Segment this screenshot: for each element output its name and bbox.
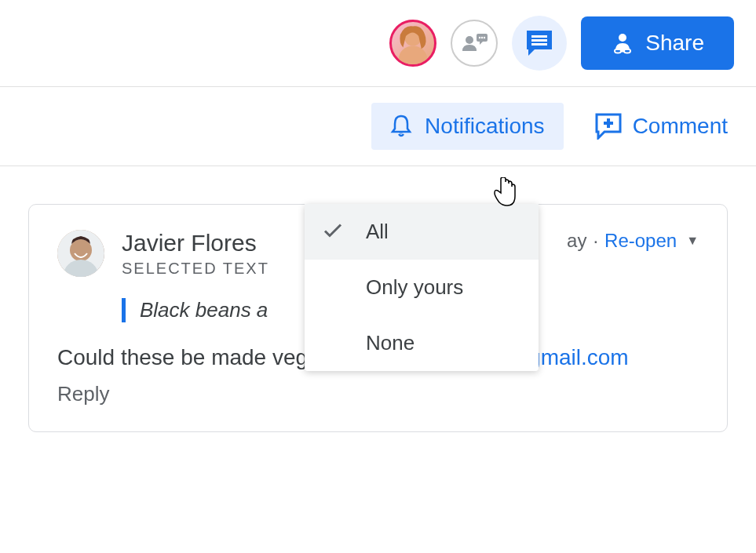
notifications-button[interactable]: Notifications (371, 103, 564, 150)
bell-icon (390, 115, 412, 138)
notifications-label: Notifications (425, 114, 545, 139)
svg-point-11 (615, 49, 621, 53)
svg-point-12 (624, 49, 630, 53)
notifications-dropdown: All Only yours None (305, 204, 539, 371)
svg-point-4 (479, 37, 480, 38)
add-comment-button[interactable]: Comment (595, 113, 728, 140)
svg-point-2 (466, 36, 473, 44)
top-toolbar: Share (0, 0, 756, 87)
svg-point-5 (481, 37, 483, 38)
svg-point-10 (619, 34, 626, 42)
commenter-avatar (57, 230, 104, 277)
comment-timestamp-area: ay · Re-open ▼ (567, 230, 699, 252)
comment-plus-icon (595, 113, 622, 140)
comment-history-button[interactable] (512, 16, 567, 71)
chat-button[interactable] (451, 20, 498, 67)
dropdown-item-label: None (366, 331, 415, 355)
share-button[interactable]: Share (581, 16, 734, 70)
dropdown-item-label: Only yours (366, 275, 463, 299)
dropdown-item-none[interactable]: None (305, 315, 539, 371)
reply-button[interactable]: Reply (57, 382, 699, 406)
svg-rect-8 (531, 39, 547, 42)
svg-rect-15 (604, 122, 613, 125)
user-avatar[interactable] (389, 20, 436, 67)
share-label: Share (645, 31, 704, 56)
check-icon (323, 220, 342, 244)
chevron-down-icon[interactable]: ▼ (686, 234, 699, 248)
svg-rect-7 (531, 35, 547, 38)
svg-rect-9 (531, 43, 547, 45)
svg-rect-13 (620, 50, 625, 53)
comment-link-label: Comment (633, 114, 728, 139)
dropdown-item-all[interactable]: All (305, 204, 539, 260)
svg-point-1 (399, 46, 427, 64)
dropdown-item-label: All (366, 220, 389, 243)
dropdown-item-only-yours[interactable]: Only yours (305, 260, 539, 315)
timestamp-fragment: ay (567, 230, 586, 252)
second-toolbar: Notifications Comment (0, 87, 756, 166)
svg-point-6 (484, 37, 485, 38)
reopen-link[interactable]: Re-open (604, 230, 677, 252)
